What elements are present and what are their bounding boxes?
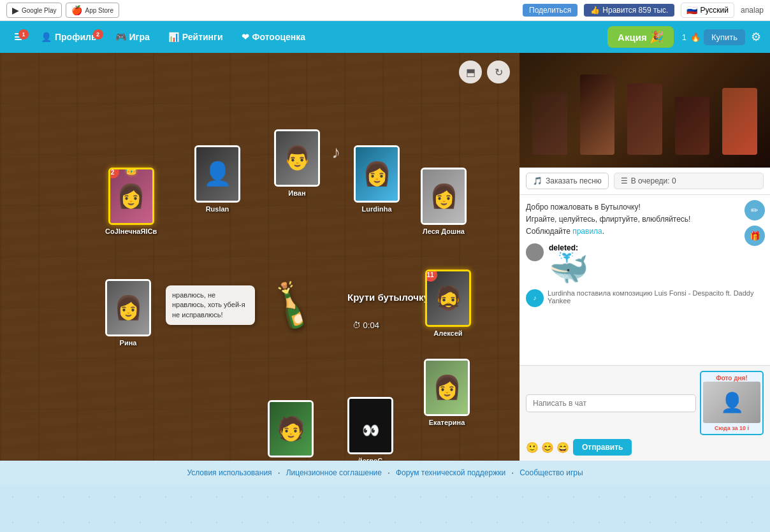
player-name-lurdinha: Lurdinha [361,205,391,213]
player-name-solnechnaya: СоJIнечнаЯIСв [105,227,157,235]
footer-community-link[interactable]: Сообщество игры [519,468,583,477]
app-store-button[interactable]: 🍎 App Store [66,3,119,18]
chat-area[interactable]: ✏ 🎁 Добро пожаловать в Бутылочку! Играйт… [519,195,770,365]
timer-display: ⏱ 0:04 [352,320,379,330]
footer-terms-link[interactable]: Условия использования [187,468,272,477]
spin-label: Крути бутылочку! [347,292,432,303]
party-icon: 🎉 [650,30,664,44]
settings-button[interactable]: ⚙ [748,27,764,47]
spin-text: Крути бутылочку! [347,292,432,303]
player-card-lurdinha[interactable]: 👩 Lurdinha [354,145,400,213]
player-name-alexey: Алексей [433,329,462,337]
footer-license-link[interactable]: Лицензионное соглашение [286,468,382,477]
coin-icon: 🔥 [690,32,701,42]
player-photo-alexey: 11 🧔 [425,270,471,327]
player-card-ivan[interactable]: 👨 Иван [274,129,320,197]
share-button[interactable]: Поделиться [523,4,578,17]
main-content: ⬒ ↻ 👑 2 👩 СоJIнечнаЯIСв 👤 Ruslan [0,53,770,461]
coin-area: 1 🔥 [682,32,701,42]
apple-icon: 🍎 [71,5,82,15]
chat-input-area: Фото дня! 👤 Сюда за 10 i 🙂 😊 😄 Отправить [519,365,770,461]
song-area: 🎵 Заказать песню ☰ В очереди: 0 [519,168,770,195]
bottle[interactable]: 🍾 [261,274,323,335]
chat-message-content: deleted: 🐳 [549,243,588,284]
nav-ratings[interactable]: 📊 Рейтинги [161,28,231,46]
chat-sticker: 🐳 [549,252,588,284]
player-name-ivan: Иван [288,189,305,197]
profile-icon: 👤 [41,32,52,42]
message-bubble: нравлюсь, не нравлюсь, хоть убей-я не ис… [166,285,255,325]
language-selector[interactable]: 🇷🇺 Русский [681,3,734,18]
nav-menu[interactable]: ☰ 1 [6,28,30,46]
like-button[interactable]: 👍 Нравится 859 тыс. [584,4,674,17]
list-icon: ☰ [621,176,628,185]
coin-count: 1 [682,32,686,42]
music-icon: 🎵 [533,176,542,185]
chat-emojis: 🙂 😊 😄 [526,442,569,454]
top-bar: ▶ Google Play 🍎 App Store Поделиться 👍 Н… [0,0,770,21]
player-photo-pozitivny: 🧑 [268,400,314,457]
google-play-button[interactable]: ▶ Google Play [6,3,62,18]
song-request-button[interactable]: 🎵 Заказать песню [526,173,609,189]
player-photo-ruslan: 👤 [194,145,240,203]
player-photo-yegres: 👀 [347,397,393,454]
edit-icon-button[interactable]: ✏ [745,200,765,220]
profile-label: Профиль [55,32,97,42]
music-note-icon: ♪ [331,142,340,162]
nav-profile[interactable]: 👤 Профиль 2 [33,28,105,46]
player-card-rina[interactable]: 👩 Рина [105,279,151,347]
share-game-button[interactable]: ⬒ [459,61,482,83]
player-card-yegres[interactable]: 👀 йегреС [347,397,393,461]
system-avatar: ♪ [526,289,544,307]
footer: Условия использования · Лицензионное сог… [0,461,770,485]
photo-day-widget[interactable]: Фото дня! 👤 Сюда за 10 i [700,371,764,435]
flag-icon: 🇷🇺 [686,5,697,15]
welcome-message: Добро пожаловать в Бутылочку! Играйте, ц… [526,201,764,238]
top-bar-right: Поделиться 👍 Нравится 859 тыс. 🇷🇺 Русски… [523,3,764,18]
player-card-solnechnaya[interactable]: 👑 2 👩 СоJIнечнаЯIСв [105,168,157,235]
player-card-pozitivny[interactable]: 🧑 Позитивный [268,400,314,461]
buy-button[interactable]: Купить [704,29,745,45]
emoji-heart-button[interactable]: 😊 [541,442,554,454]
video-people [519,53,770,168]
thumb-up-icon: 👍 [590,6,600,15]
photo-day-image: 👤 [703,382,760,423]
player-card-lesya[interactable]: 👩 Леся Дошна [421,168,467,235]
player-card-ekaterina[interactable]: 👩 Екатерина [424,359,470,426]
chat-input-row: Фото дня! 👤 Сюда за 10 i [526,371,764,435]
language-label: Русский [700,6,729,15]
photo-rate-label: Фотооценка [252,32,306,42]
nav-photo-rate[interactable]: ❤ Фотооценка [234,28,314,46]
player-photo-solnechnaya: 👑 2 👩 [108,168,154,225]
like-count-label: Нравится 859 тыс. [602,6,668,15]
player-name-pozitivny: Позитивный [269,460,312,461]
player-name-lesya: Леся Дошна [423,227,465,235]
nav-bar: ☰ 1 👤 Профиль 2 🎮 Игра 📊 Рейтинги ❤ Фото… [0,21,770,53]
action-button[interactable]: Акция 🎉 [607,26,674,48]
player-name-yegres: йегреС [358,457,382,461]
right-panel: 🎵 Заказать песню ☰ В очереди: 0 ✏ 🎁 Добр… [519,53,770,461]
username-display: analap [741,6,764,15]
send-button[interactable]: Отправить [573,439,632,456]
profile-badge: 2 [93,29,103,40]
video-area [519,53,770,168]
refresh-game-button[interactable]: ↻ [487,61,510,83]
game-controls: ⬒ ↻ [459,61,510,83]
emoji-smiley-button[interactable]: 🙂 [526,442,539,454]
crown-icon: 👑 [125,168,138,175]
ratings-label: Рейтинги [182,32,223,42]
rules-link[interactable]: правила [572,227,602,236]
emoji-laughing-button[interactable]: 😄 [556,442,569,454]
player-name-ruslan: Ruslan [206,205,229,213]
chat-input[interactable] [526,394,696,412]
gift-icon-button[interactable]: 🎁 [745,226,765,246]
nav-game[interactable]: 🎮 Игра [108,28,157,46]
chat-emoji-row: 🙂 😊 😄 Отправить [526,439,764,456]
player-card-alexey[interactable]: 11 🧔 Алексей [425,270,471,337]
song-request-label: Заказать песню [546,176,602,185]
player-card-ruslan[interactable]: 👤 Ruslan [194,145,240,213]
timer-label: ⏱ 0:04 [352,320,379,330]
footer-support-link[interactable]: Форум технической поддержки [396,468,505,477]
player-name-ekaterina: Екатерина [429,419,465,426]
player-photo-lesya: 👩 [421,168,467,225]
